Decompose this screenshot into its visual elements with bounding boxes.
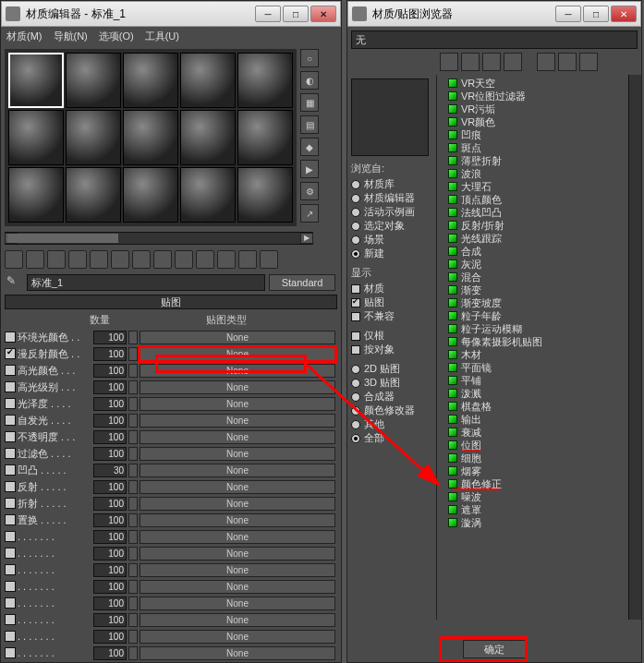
map-checkbox[interactable] <box>5 381 16 392</box>
menu-options[interactable]: 选项(O) <box>99 30 134 43</box>
radio-icon[interactable] <box>351 392 360 402</box>
map-spinner[interactable] <box>128 347 138 361</box>
make-unique-icon[interactable] <box>111 250 129 269</box>
put-to-scene-icon[interactable] <box>26 250 44 269</box>
sample-slot[interactable] <box>66 110 121 165</box>
tree-item[interactable]: 平铺 <box>437 374 641 387</box>
sample-slot[interactable] <box>237 110 293 165</box>
tree-item[interactable]: VR天空 <box>437 77 641 90</box>
tree-item[interactable]: 平面镜 <box>437 361 641 374</box>
map-spinner[interactable] <box>128 364 138 378</box>
view-list-icon[interactable] <box>440 53 458 71</box>
sample-slot[interactable] <box>180 110 236 165</box>
radio-icon[interactable] <box>351 222 360 231</box>
make-preview-icon[interactable]: ▶ <box>300 160 319 178</box>
map-type-button[interactable]: None <box>140 530 335 544</box>
scroll-thumb[interactable] <box>7 234 118 243</box>
map-type-button[interactable]: None <box>140 646 335 660</box>
map-type-button[interactable]: None <box>140 497 335 511</box>
tree-item[interactable]: 泼溅 <box>437 387 641 400</box>
delete-icon[interactable] <box>558 53 577 71</box>
minimize-button[interactable]: ─ <box>555 6 581 22</box>
radio-icon[interactable] <box>351 365 360 374</box>
menu-material[interactable]: 材质(M) <box>6 30 43 43</box>
map-amount-input[interactable] <box>93 447 127 461</box>
maximize-button[interactable]: □ <box>283 6 309 22</box>
map-amount-input[interactable] <box>93 547 127 561</box>
close-button[interactable]: ✕ <box>310 6 336 22</box>
tree-item[interactable]: 渐变坡度 <box>437 296 641 309</box>
map-amount-input[interactable] <box>93 347 127 361</box>
clear-icon[interactable] <box>579 53 598 71</box>
map-checkbox[interactable] <box>5 647 16 658</box>
make-copy-icon[interactable] <box>90 250 108 269</box>
go-forward-icon[interactable] <box>238 250 257 269</box>
map-tree[interactable]: VR天空VR位图过滤器VR污垢VR颜色凹痕斑点薄壁折射波浪大理石顶点颜色法线凹凸… <box>436 75 641 620</box>
sample-slot[interactable] <box>8 53 64 108</box>
pick-from-obj-icon[interactable] <box>260 250 278 269</box>
sample-slot[interactable] <box>8 110 64 165</box>
search-input[interactable] <box>351 30 638 49</box>
tree-item[interactable]: 法线凹凸 <box>437 206 641 219</box>
map-spinner[interactable] <box>128 464 138 477</box>
map-spinner[interactable] <box>128 630 138 644</box>
map-amount-input[interactable] <box>93 497 127 511</box>
map-spinner[interactable] <box>128 563 138 577</box>
ok-button[interactable]: 确定 <box>463 640 526 658</box>
radio-icon[interactable] <box>351 208 360 217</box>
menu-nav[interactable]: 导航(N) <box>54 30 88 43</box>
show-map-icon[interactable] <box>175 250 193 269</box>
map-type-button[interactable]: None <box>140 364 335 378</box>
sample-slot[interactable] <box>237 167 293 223</box>
tree-item[interactable]: 光线跟踪 <box>437 232 641 245</box>
map-checkbox[interactable] <box>5 531 16 542</box>
map-type-button[interactable]: None <box>140 580 335 594</box>
map-spinner[interactable] <box>128 430 138 444</box>
option-row[interactable]: 2D 贴图 <box>351 362 432 376</box>
map-amount-input[interactable] <box>93 464 127 477</box>
radio-icon[interactable] <box>351 406 360 416</box>
map-spinner[interactable] <box>128 447 138 461</box>
map-amount-input[interactable] <box>93 480 127 494</box>
map-checkbox[interactable] <box>5 365 16 376</box>
map-amount-input[interactable] <box>93 430 127 444</box>
map-type-button[interactable]: None <box>140 430 335 444</box>
rcheck-icon[interactable] <box>351 284 360 294</box>
option-row[interactable]: 材质 <box>351 282 432 295</box>
shader-type-button[interactable]: Standard <box>269 274 335 291</box>
radio-icon[interactable] <box>351 180 360 189</box>
scroll-right-icon[interactable]: ▶ <box>300 233 313 244</box>
map-checkbox[interactable] <box>5 614 16 625</box>
map-amount-input[interactable] <box>93 414 127 428</box>
tree-item[interactable]: 位图 <box>437 439 641 452</box>
tree-item[interactable]: 混合 <box>437 271 641 283</box>
option-row[interactable]: 贴图 <box>351 295 432 309</box>
option-row[interactable]: 仅根 <box>351 329 432 343</box>
option-row[interactable]: 3D 贴图 <box>351 376 432 390</box>
tree-item[interactable]: 凹痕 <box>437 128 641 141</box>
map-amount-input[interactable] <box>93 597 127 610</box>
tree-item[interactable]: 输出 <box>437 413 641 426</box>
map-amount-input[interactable] <box>93 630 127 644</box>
sample-slot[interactable] <box>8 167 64 223</box>
update-icon[interactable] <box>537 53 555 71</box>
show-end-icon[interactable] <box>196 250 214 269</box>
tree-item[interactable]: 粒子运动模糊 <box>437 322 641 335</box>
tree-item[interactable]: 细胞 <box>437 452 641 464</box>
tree-item[interactable]: 大理石 <box>437 180 641 193</box>
tree-vscroll[interactable] <box>628 75 641 620</box>
map-checkbox[interactable] <box>5 348 16 359</box>
maps-section-header[interactable]: 贴图 <box>5 295 337 309</box>
rcheck-icon[interactable] <box>351 345 360 355</box>
map-amount-input[interactable] <box>93 513 127 527</box>
map-checkbox[interactable] <box>5 631 16 642</box>
option-row[interactable]: 颜色修改器 <box>351 404 432 417</box>
rcheck-icon[interactable] <box>351 312 360 321</box>
tree-item[interactable]: VR颜色 <box>437 115 641 128</box>
titlebar-left[interactable]: 材质编辑器 - 标准_1 ─ □ ✕ <box>1 1 341 27</box>
map-amount-input[interactable] <box>93 613 127 627</box>
map-checkbox[interactable] <box>5 498 16 509</box>
rcheck-icon[interactable] <box>351 332 360 341</box>
map-type-button[interactable]: None <box>140 447 335 461</box>
background-icon[interactable]: ▦ <box>300 93 319 112</box>
